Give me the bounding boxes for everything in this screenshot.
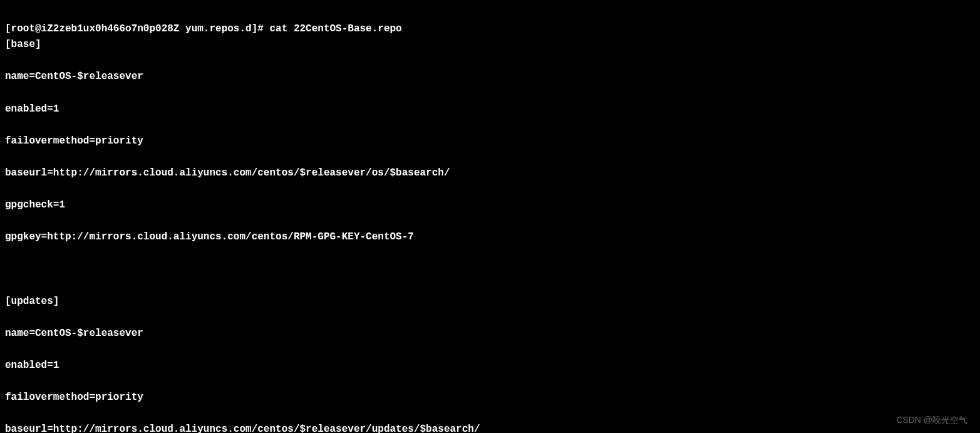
command-cat: cat 22CentOS-Base.repo	[269, 23, 401, 34]
repo-base-gpgcheck: gpgcheck=1	[5, 197, 975, 214]
repo-updates-failovermethod: failovermethod=priority	[5, 390, 975, 406]
blank-line-1	[5, 262, 975, 278]
repo-base-name: name=CentOS-$releasever	[5, 69, 975, 85]
repo-base-failovermethod: failovermethod=priority	[5, 133, 975, 150]
repo-updates-name: name=CentOS-$releasever	[5, 326, 975, 342]
repo-base-baseurl: baseurl=http://mirrors.cloud.aliyuncs.co…	[5, 165, 975, 182]
shell-prompt-1: [root@iZ2zeb1ux0h466o7n0p028Z yum.repos.…	[5, 23, 269, 34]
repo-updates-baseurl: baseurl=http://mirrors.cloud.aliyuncs.co…	[5, 422, 975, 433]
repo-base-gpgkey: gpgkey=http://mirrors.cloud.aliyuncs.com…	[5, 229, 975, 246]
repo-updates-header: [updates]	[5, 294, 975, 310]
watermark-text: CSDN @咬光空气	[896, 413, 967, 427]
repo-updates-enabled: enabled=1	[5, 358, 975, 374]
repo-base-header: [base]	[5, 37, 975, 53]
repo-base-enabled: enabled=1	[5, 102, 975, 118]
terminal-window[interactable]: [root@iZ2zeb1ux0h466o7n0p028Z yum.repos.…	[5, 5, 975, 433]
